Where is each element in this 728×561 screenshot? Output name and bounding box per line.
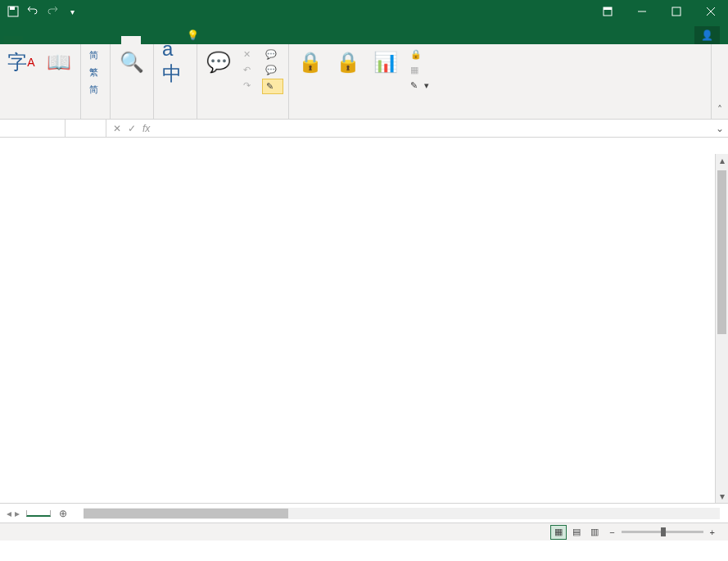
prev-comment-button[interactable]: ↶ [240, 63, 257, 77]
fx-icon[interactable]: fx [142, 123, 150, 134]
group-chinese [86, 115, 105, 117]
sheet-nav-prev-icon[interactable]: ◂ [7, 508, 11, 519]
track-icon: ✎ [410, 80, 418, 91]
conv-icon: 简 [89, 84, 98, 96]
tab-review[interactable] [121, 36, 141, 44]
showhide-icon: 💬 [265, 49, 277, 60]
horizontal-scrollbar[interactable] [84, 508, 720, 519]
formula-bar[interactable] [156, 127, 712, 130]
minimize-button[interactable] [625, 0, 659, 23]
simp-to-trad-button[interactable]: 简 [86, 48, 105, 63]
spellcheck-icon: 字A [8, 49, 34, 75]
chinese-convert-button[interactable]: 简 [86, 82, 105, 97]
redo-icon[interactable] [46, 5, 59, 18]
ribbon-options-icon[interactable] [590, 0, 625, 23]
protect-share-icon: 🔒 [410, 49, 422, 60]
tab-formulas[interactable] [82, 36, 102, 44]
showhide-comment-button[interactable]: 💬 [262, 48, 283, 61]
protect-share-button[interactable]: 🔒 [407, 48, 432, 61]
tab-file[interactable] [3, 36, 23, 44]
group-language [159, 115, 192, 117]
track-changes-button[interactable]: ✎ ▾ [407, 79, 432, 93]
tab-data[interactable] [102, 36, 121, 44]
sheet-nav-next-icon[interactable]: ▸ [15, 508, 20, 519]
share-button[interactable]: 👤 [694, 26, 720, 44]
t2s-icon: 繁 [89, 66, 98, 79]
zoom-in-button[interactable]: + [710, 527, 715, 537]
sheet-tab[interactable] [26, 510, 51, 517]
collapse-ribbon-button[interactable]: ˄ [712, 44, 728, 119]
translate-icon: a中 [162, 49, 188, 75]
svg-rect-1 [10, 7, 15, 10]
new-comment-button[interactable]: 💬 [202, 48, 235, 79]
allow-edit-button[interactable]: ▦ [407, 63, 432, 77]
showall-comments-button[interactable]: 💬 [262, 63, 283, 77]
save-icon[interactable] [7, 5, 20, 18]
share-wb-icon: 📊 [373, 49, 399, 75]
vscroll-thumb[interactable] [717, 170, 726, 334]
tab-insert[interactable] [43, 36, 62, 44]
expand-formula-icon[interactable]: ⌄ [712, 123, 728, 134]
tab-view[interactable] [141, 36, 161, 44]
delete-icon: ✕ [243, 49, 251, 60]
spellcheck-button[interactable]: 字A [5, 48, 38, 79]
name-box[interactable] [0, 120, 66, 137]
show-ink-button[interactable]: ✎ [262, 79, 283, 94]
tab-home[interactable] [23, 36, 43, 44]
thesaurus-icon: 📖 [46, 49, 72, 75]
trad-to-simp-button[interactable]: 繁 [86, 65, 105, 80]
share-workbook-button[interactable]: 📊 [369, 48, 402, 79]
scroll-up-icon[interactable]: ▴ [716, 154, 728, 167]
protect-wb-icon: 🔒 [335, 49, 361, 75]
hscroll-thumb[interactable] [84, 509, 288, 518]
prev-icon: ↶ [243, 65, 251, 75]
add-sheet-button[interactable]: ⊕ [51, 508, 75, 519]
undo-icon[interactable] [26, 5, 39, 18]
scroll-down-icon[interactable]: ▾ [716, 490, 728, 503]
enter-formula-icon[interactable]: ✓ [128, 123, 136, 134]
zoom-slider[interactable] [622, 531, 703, 533]
svg-rect-3 [604, 7, 612, 10]
group-insights [115, 115, 148, 117]
next-icon: ↷ [243, 80, 251, 91]
allow-edit-icon: ▦ [410, 65, 418, 75]
smart-lookup-icon: 🔍 [119, 49, 145, 75]
maximize-button[interactable] [659, 0, 694, 23]
page-layout-view-button[interactable]: ▤ [568, 525, 585, 540]
next-comment-button[interactable]: ↷ [240, 79, 257, 93]
protect-sheet-icon: 🔒 [297, 49, 323, 75]
group-changes [294, 115, 706, 117]
qat-dropdown-icon[interactable]: ▾ [66, 5, 79, 18]
protect-sheet-button[interactable]: 🔒 [294, 48, 327, 79]
close-button[interactable] [694, 0, 728, 23]
tab-layout[interactable] [62, 36, 82, 44]
delete-comment-button[interactable]: ✕ [240, 48, 257, 61]
protect-workbook-button[interactable]: 🔒 [332, 48, 364, 79]
cancel-formula-icon[interactable]: ✕ [113, 123, 121, 134]
group-proofing [5, 115, 75, 117]
showall-icon: 💬 [265, 65, 277, 75]
thesaurus-button[interactable]: 📖 [43, 48, 75, 79]
ink-icon: ✎ [266, 81, 274, 92]
page-break-view-button[interactable]: ▥ [586, 525, 603, 540]
normal-view-button[interactable]: ▦ [550, 525, 567, 540]
group-comments [202, 115, 283, 117]
s2t-icon: 简 [89, 49, 98, 61]
vertical-scrollbar[interactable]: ▴ ▾ [715, 154, 728, 503]
svg-rect-5 [672, 7, 681, 16]
translate-button[interactable]: a中 [159, 48, 192, 79]
smart-lookup-button[interactable]: 🔍 [115, 48, 148, 79]
new-comment-icon: 💬 [206, 49, 232, 75]
zoom-out-button[interactable]: − [609, 527, 614, 537]
